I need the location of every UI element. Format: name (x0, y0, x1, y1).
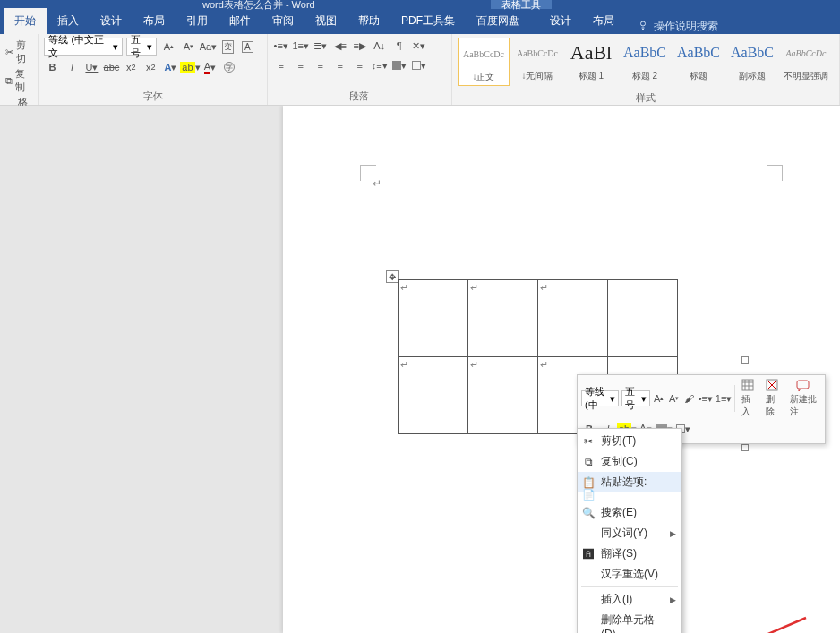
cm-synonym[interactable]: 同义词(Y) ▶ (578, 523, 681, 543)
multilevel-button[interactable]: ≣▾ (313, 38, 329, 54)
cut-button[interactable]: ✂剪切 (5, 38, 32, 66)
mini-new-comment-button[interactable]: 新建批注 (786, 379, 821, 418)
cm-reconvert[interactable]: 汉字重选(V) (578, 564, 681, 585)
mini-bullets[interactable]: •≡▾ (699, 390, 713, 406)
table-cell[interactable]: ↵ (468, 280, 538, 357)
tab-mailings[interactable]: 邮件 (219, 8, 261, 34)
highlight-button[interactable]: ab▾ (182, 59, 198, 75)
style-subtle-emphasis[interactable]: AaBbCcDc 不明显强调 (780, 38, 832, 84)
table-cell[interactable] (608, 280, 678, 357)
text-effects-button[interactable]: A▾ (162, 59, 178, 75)
tab-table-layout[interactable]: 布局 (582, 8, 625, 34)
sort-button[interactable]: A↓ (372, 38, 388, 54)
selection-handle[interactable] (741, 356, 749, 364)
mini-numbering[interactable]: 1≡▾ (716, 390, 732, 406)
borders-button[interactable]: ▾ (411, 57, 427, 73)
enclose-char-button[interactable]: 字 (221, 59, 237, 75)
mini-shrink-font[interactable]: A▾ (668, 390, 681, 406)
style-gallery[interactable]: AaBbCcDc ↓正文 AaBbCcDc ↓无间隔 AaBl 标题 1 AaB… (452, 34, 839, 90)
table-row[interactable]: ↵ ↵ ↵ (399, 280, 678, 357)
cm-separator (581, 586, 678, 587)
font-size-combo[interactable]: 五号▾ (126, 38, 157, 56)
shading-button[interactable]: ▾ (391, 57, 407, 73)
tab-layout[interactable]: 布局 (133, 8, 176, 34)
tab-table-design[interactable]: 设计 (539, 8, 582, 34)
font-color-button[interactable]: A▾ (201, 59, 218, 75)
context-menu: ✂ 剪切(T) ⧉ 复制(C) 📋 粘贴选项: 📄 🔍 搜索(E) 同义词(Y)… (577, 428, 682, 633)
subscript-button[interactable]: x2 (123, 59, 139, 75)
copy-icon: ⧉ (5, 75, 13, 87)
distributed-button[interactable]: ≡ (352, 57, 368, 73)
tell-me-search[interactable]: 操作说明搜索 (638, 19, 718, 34)
document-area: ↵ ✥ ↵ ↵ ↵ ↵ ↵ ↵ 等线 (中▾ 五号▾ A▴ A▾ 🖌 (0, 106, 840, 633)
cm-cut[interactable]: ✂ 剪切(T) (578, 431, 681, 451)
bold-button[interactable]: B (44, 59, 60, 75)
table-cell[interactable]: ↵ (538, 280, 608, 357)
underline-button[interactable]: U▾ (83, 59, 99, 75)
change-case-button[interactable]: Aa▾ (200, 38, 216, 55)
style-title[interactable]: AaBbC 标题 (673, 38, 724, 84)
table-cell[interactable]: ↵ (399, 280, 468, 357)
cm-separator (581, 500, 678, 500)
cm-insert[interactable]: 插入(I) ▶ (578, 589, 681, 610)
superscript-button[interactable]: x2 (142, 59, 159, 75)
line-spacing-button[interactable]: ↕≡▾ (372, 57, 388, 73)
style-heading2[interactable]: AaBbC 标题 2 (619, 38, 671, 84)
style-normal[interactable]: AaBbCcDc ↓正文 (458, 38, 510, 86)
mini-font-size[interactable]: 五号▾ (621, 390, 649, 406)
decrease-indent-button[interactable]: ◀≡ (332, 38, 348, 54)
mini-insert-button[interactable]: 插入 (738, 379, 759, 418)
contextual-tab-label: 表格工具 (491, 0, 552, 9)
cm-paste-option-keep[interactable]: 📄 (578, 492, 681, 498)
tab-help[interactable]: 帮助 (347, 8, 390, 34)
style-no-spacing[interactable]: AaBbCcDc ↓无间隔 (511, 38, 563, 84)
cm-translate[interactable]: 🅰 翻译(S) (578, 543, 681, 564)
table-cell[interactable]: ↵ (468, 357, 538, 434)
styles-group-label: 样式 (452, 90, 839, 105)
style-subtitle[interactable]: AaBbC 副标题 (726, 38, 778, 84)
tab-insert[interactable]: 插入 (47, 8, 90, 34)
cm-delete-cells[interactable]: 删除单元格(D)... (578, 610, 681, 633)
mini-format-painter[interactable]: 🖌 (683, 390, 696, 406)
mini-grow-font[interactable]: A▴ (653, 390, 665, 406)
paste-keep-icon: 📄 (582, 489, 595, 501)
copy-button[interactable]: ⧉复制 (5, 66, 32, 95)
asian-layout-button[interactable]: ✕▾ (411, 38, 427, 54)
translate-icon: 🅰 (582, 548, 595, 560)
tell-me-placeholder: 操作说明搜索 (654, 19, 718, 34)
shrink-font-button[interactable]: A▾ (180, 38, 196, 55)
strikethrough-button[interactable]: abc (103, 59, 119, 75)
selection-handle[interactable] (741, 444, 749, 451)
paragraph-mark: ↵ (373, 177, 381, 190)
tab-view[interactable]: 视图 (304, 8, 347, 34)
bullets-button[interactable]: •≡▾ (273, 38, 289, 54)
italic-button[interactable]: I (64, 59, 80, 75)
tab-pdf-tools[interactable]: PDF工具集 (390, 8, 466, 34)
align-left-button[interactable]: ≡ (273, 57, 289, 73)
table-cell[interactable]: ↵ (399, 357, 468, 434)
font-name-combo[interactable]: 等线 (中文正文▾ (44, 38, 123, 56)
cm-copy[interactable]: ⧉ 复制(C) (578, 451, 681, 472)
increase-indent-button[interactable]: ≡▶ (352, 38, 368, 54)
tab-home[interactable]: 开始 (4, 8, 47, 34)
align-center-button[interactable]: ≡ (293, 57, 309, 73)
show-marks-button[interactable]: ¶ (391, 38, 407, 54)
tab-references[interactable]: 引用 (176, 8, 219, 34)
cm-search[interactable]: 🔍 搜索(E) (578, 502, 681, 523)
mini-delete-button[interactable]: 删除 (762, 379, 784, 418)
tab-review[interactable]: 审阅 (261, 8, 304, 34)
numbering-button[interactable]: 1≡▾ (293, 38, 309, 54)
clear-formatting-button[interactable]: A (239, 38, 255, 55)
style-heading1[interactable]: AaBl 标题 1 (565, 38, 617, 84)
scissors-icon: ✂ (582, 435, 595, 448)
grow-font-button[interactable]: A▴ (160, 38, 176, 55)
mini-font-name[interactable]: 等线 (中▾ (581, 390, 619, 406)
table-move-handle[interactable]: ✥ (386, 270, 399, 283)
tab-baidu-netdisk[interactable]: 百度网盘 (466, 8, 530, 34)
justify-button[interactable]: ≡ (332, 57, 348, 73)
tab-design[interactable]: 设计 (90, 8, 133, 34)
paragraph-group-label: 段落 (273, 88, 446, 103)
phonetic-guide-button[interactable]: 变 (219, 38, 236, 55)
document-page[interactable]: ↵ ✥ ↵ ↵ ↵ ↵ ↵ ↵ (283, 106, 840, 633)
align-right-button[interactable]: ≡ (313, 57, 329, 73)
